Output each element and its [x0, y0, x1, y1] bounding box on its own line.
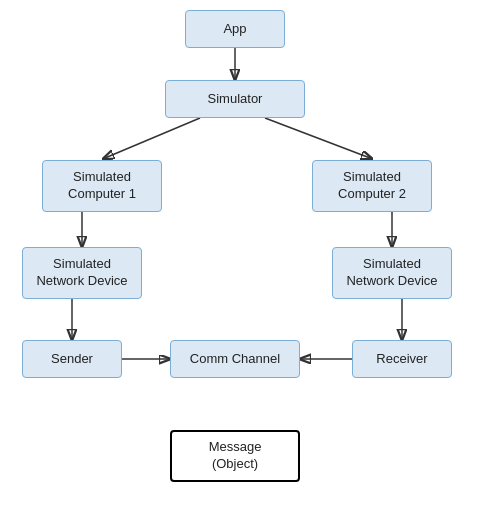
message-label: Message(Object) [209, 439, 262, 473]
sender-label: Sender [51, 351, 93, 368]
comp1-node: SimulatedComputer 1 [42, 160, 162, 212]
sender-node: Sender [22, 340, 122, 378]
commchannel-label: Comm Channel [190, 351, 280, 368]
netdev1-label: SimulatedNetwork Device [36, 256, 127, 290]
svg-line-2 [265, 118, 370, 158]
message-node: Message(Object) [170, 430, 300, 482]
comp1-label: SimulatedComputer 1 [68, 169, 136, 203]
diagram: App Simulator SimulatedComputer 1 Simula… [0, 0, 500, 505]
netdev2-node: SimulatedNetwork Device [332, 247, 452, 299]
comp2-node: SimulatedComputer 2 [312, 160, 432, 212]
netdev2-label: SimulatedNetwork Device [346, 256, 437, 290]
receiver-node: Receiver [352, 340, 452, 378]
app-node: App [185, 10, 285, 48]
simulator-node: Simulator [165, 80, 305, 118]
simulator-label: Simulator [208, 91, 263, 108]
netdev1-node: SimulatedNetwork Device [22, 247, 142, 299]
receiver-label: Receiver [376, 351, 427, 368]
comp2-label: SimulatedComputer 2 [338, 169, 406, 203]
svg-line-1 [105, 118, 200, 158]
commchannel-node: Comm Channel [170, 340, 300, 378]
app-label: App [223, 21, 246, 38]
